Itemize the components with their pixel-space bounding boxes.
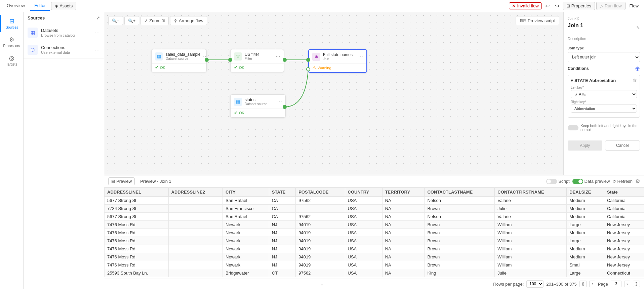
assets-btn[interactable]: ◈ Assets bbox=[51, 2, 76, 10]
table-cell: New Jersey bbox=[604, 229, 644, 237]
col-header-postalcode[interactable]: POSTALCODE bbox=[296, 188, 345, 197]
node-more-icon[interactable]: ⋯ bbox=[358, 54, 363, 59]
table-cell: NA bbox=[382, 205, 425, 213]
col-header-addressline1[interactable]: ADDRESSLINE1 bbox=[105, 188, 169, 197]
refresh-btn[interactable]: ↺ Refresh bbox=[612, 179, 633, 184]
col-header-state[interactable]: STATE bbox=[269, 188, 295, 197]
col-header-dealsize[interactable]: DEALSIZE bbox=[567, 188, 604, 197]
table-body: 5677 Strong St.San RafaelCA97562USANANel… bbox=[105, 197, 644, 277]
table-cell bbox=[168, 221, 223, 229]
col-header-state[interactable]: State bbox=[604, 188, 644, 197]
zoom-in-btn[interactable]: 🔍+ bbox=[124, 16, 139, 25]
zoom-fit-btn[interactable]: ⤢ Zoom fit bbox=[140, 16, 169, 25]
left-key-select[interactable]: STATE ADDRESSLINE1 CITY COUNTRY bbox=[571, 90, 637, 98]
table-cell: King bbox=[425, 269, 495, 277]
sidebar-item-processors[interactable]: ⚙ Processors bbox=[0, 33, 23, 50]
right-key-select[interactable]: Abbreviation State Code bbox=[571, 105, 637, 113]
preview-script-label: Preview script bbox=[528, 18, 555, 23]
preview-node-label: Preview - Join 1 bbox=[140, 179, 171, 184]
col-header-territory[interactable]: TERRITORY bbox=[382, 188, 425, 197]
targets-icon: ◎ bbox=[9, 54, 14, 62]
table-cell: Large bbox=[567, 221, 604, 229]
redo-btn[interactable]: ↪ bbox=[553, 1, 561, 10]
next-page-btn[interactable]: › bbox=[624, 281, 630, 287]
sidebar-item-sources[interactable]: ⊞ Sources bbox=[0, 15, 23, 32]
collapse-icon[interactable]: ▾ bbox=[571, 78, 573, 83]
col-header-addressline2[interactable]: ADDRESSLINE2 bbox=[168, 188, 223, 197]
invalid-flow-badge[interactable]: ✕ Invalid flow bbox=[509, 2, 541, 9]
page-input[interactable] bbox=[611, 281, 621, 287]
node-panel-title: Join 1 bbox=[568, 23, 583, 29]
preview-script-btn[interactable]: ⌨ Preview script bbox=[516, 16, 559, 25]
table-cell: Brown bbox=[425, 253, 495, 261]
table-cell: California bbox=[604, 213, 644, 221]
table-row: 7476 Moss Rd.NewarkNJ94019USANABrownWill… bbox=[105, 253, 644, 261]
data-table-container[interactable]: ADDRESSLINE1ADDRESSLINE2CITYSTATEPOSTALC… bbox=[104, 188, 644, 279]
run-flow-btn[interactable]: ▷ Run flow bbox=[596, 2, 626, 10]
settings-btn[interactable]: ⚙ bbox=[635, 178, 640, 184]
collapse-icon[interactable]: ⤢ bbox=[96, 15, 100, 20]
node-more-icon[interactable]: ⋯ bbox=[203, 54, 208, 59]
preview-icon: ⊞ bbox=[111, 179, 115, 184]
table-cell: Large bbox=[567, 237, 604, 245]
data-preview-switch[interactable] bbox=[572, 179, 583, 184]
delete-condition-btn[interactable]: 🗑 bbox=[633, 78, 637, 83]
arrange-icon: ⊹ bbox=[174, 18, 177, 23]
table-cell: New Jersey bbox=[604, 261, 644, 269]
join-type-select[interactable]: Left outer join Inner join Right outer j… bbox=[568, 52, 640, 62]
table-cell: 7476 Moss Rd. bbox=[105, 245, 169, 253]
edit-icon[interactable]: ✎ bbox=[636, 25, 640, 30]
datasets-more-icon[interactable]: ⋯ bbox=[94, 30, 100, 36]
sidebar-item-targets[interactable]: ◎ Targets bbox=[0, 52, 23, 69]
table-row: 7734 Strong St.San FranciscoCAUSANABrown… bbox=[105, 205, 644, 213]
overview-tab[interactable]: Overview bbox=[3, 1, 29, 11]
dataset-icon: ▦ bbox=[234, 98, 242, 106]
source-item-datasets[interactable]: ▦ Datasets Browse from catalog ⋯ bbox=[24, 24, 104, 41]
drag-handle[interactable]: ≡ bbox=[321, 282, 323, 288]
rows-per-page-select[interactable]: 1005025 bbox=[526, 280, 544, 288]
table-cell: Medium bbox=[567, 205, 604, 213]
apply-btn[interactable]: Apply bbox=[568, 140, 602, 151]
col-header-contactfirstname[interactable]: CONTACTFIRSTNAME bbox=[495, 188, 567, 197]
node-more-icon[interactable]: ⋯ bbox=[277, 99, 282, 105]
undo-btn[interactable]: ↩ bbox=[543, 1, 552, 10]
properties-btn[interactable]: ⊞ Properties bbox=[563, 2, 595, 10]
connections-more-icon[interactable]: ⋯ bbox=[94, 47, 100, 53]
canvas-area[interactable]: 🔍− 🔍+ ⤢ Zoom fit ⊹ Arrange flow ⌨ Previe… bbox=[104, 12, 563, 175]
table-cell: New Jersey bbox=[604, 253, 644, 261]
node-sales-data-sample[interactable]: ▦ sales_data_sample Dataset source ⋯ ✔ O… bbox=[151, 49, 207, 72]
data-preview-toggle[interactable]: Data preview bbox=[572, 179, 610, 184]
first-page-btn[interactable]: ⟪ bbox=[579, 281, 587, 287]
zoom-out-btn[interactable]: 🔍− bbox=[108, 16, 123, 25]
keep-keys-toggle[interactable] bbox=[568, 125, 578, 130]
table-cell: Newark bbox=[223, 253, 269, 261]
table-cell: NJ bbox=[269, 245, 295, 253]
script-toggle[interactable]: Script bbox=[546, 179, 569, 184]
table-row: 7476 Moss Rd.NewarkNJ94019USANABrownWill… bbox=[105, 229, 644, 237]
prev-page-btn[interactable]: ‹ bbox=[589, 281, 595, 287]
col-header-contactlastname[interactable]: CONTACTLASTNAME bbox=[425, 188, 495, 197]
col-header-city[interactable]: CITY bbox=[223, 188, 269, 197]
last-page-btn[interactable]: ⟫ bbox=[633, 281, 640, 287]
play-icon: ▷ bbox=[600, 3, 603, 8]
table-row: 25593 South Bay Ln.BridgewaterCT97562USA… bbox=[105, 269, 644, 277]
script-toggle-switch[interactable] bbox=[546, 179, 557, 184]
table-cell: Brown bbox=[425, 261, 495, 269]
editor-tab[interactable]: Editor bbox=[30, 1, 50, 11]
arrange-flow-btn[interactable]: ⊹ Arrange flow bbox=[170, 16, 207, 25]
table-cell bbox=[168, 245, 223, 253]
node-us-filter[interactable]: ▽ US filter Filter ⋯ ✔ OK bbox=[230, 49, 284, 72]
table-cell: NJ bbox=[269, 253, 295, 261]
add-condition-btn[interactable]: ⊕ bbox=[635, 65, 640, 72]
table-cell: San Francisco bbox=[223, 205, 269, 213]
table-cell: Brown bbox=[425, 221, 495, 229]
table-cell: New Jersey bbox=[604, 245, 644, 253]
preview-tab-btn[interactable]: ⊞ Preview bbox=[108, 177, 135, 185]
col-header-country[interactable]: COUNTRY bbox=[345, 188, 382, 197]
table-cell: Valarie bbox=[495, 197, 567, 205]
cancel-btn[interactable]: Cancel bbox=[605, 140, 640, 151]
node-more-icon[interactable]: ⋯ bbox=[276, 54, 280, 59]
node-full-state-names[interactable]: ⊕ Full state names Join ⋯ ⚠ Warning bbox=[308, 49, 367, 73]
source-item-connections[interactable]: ⬡ Connections Use external data ⋯ bbox=[24, 41, 104, 58]
node-states[interactable]: ▦ states Dataset source ⋯ ✔ OK bbox=[230, 94, 286, 118]
